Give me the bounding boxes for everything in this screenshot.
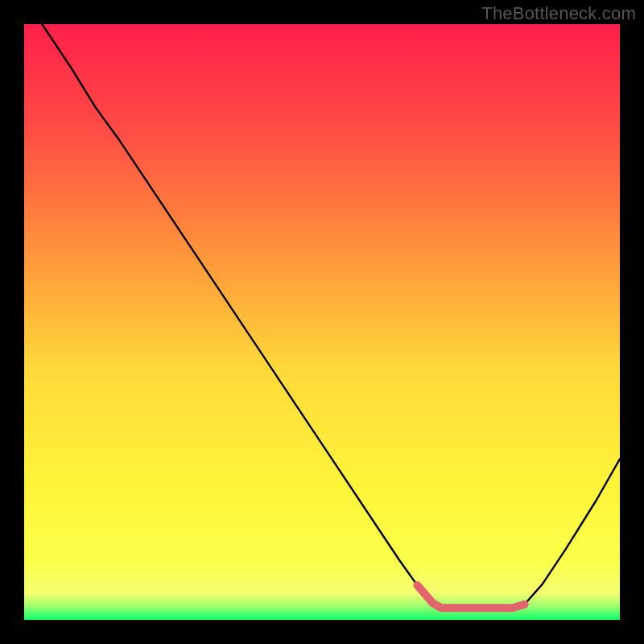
chart-container: TheBottleneck.com — [0, 0, 644, 644]
bottleneck-chart — [0, 0, 644, 644]
plot-background — [24, 24, 620, 620]
watermark-text: TheBottleneck.com — [481, 3, 636, 24]
